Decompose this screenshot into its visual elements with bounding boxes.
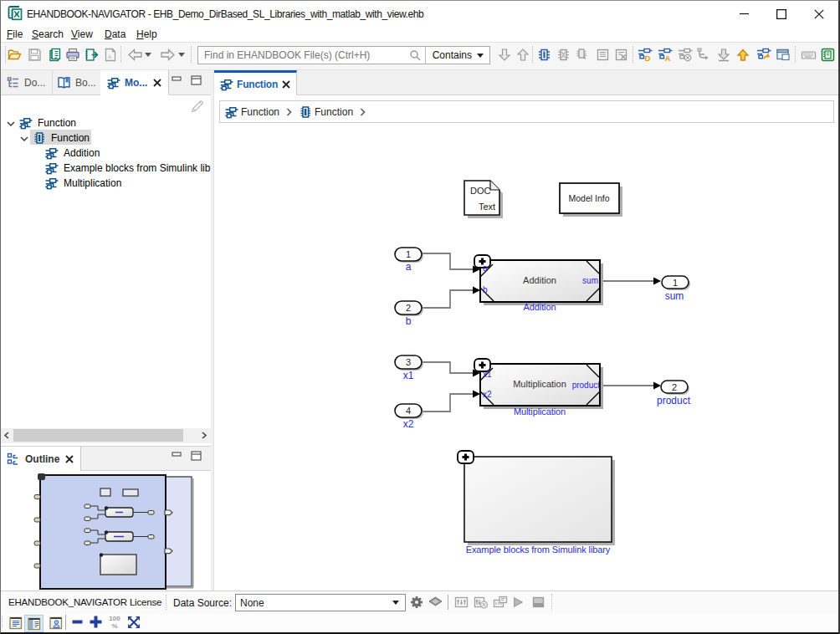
svg-text:a: a — [406, 261, 412, 273]
svg-text:product: product — [657, 395, 691, 406]
svg-text:Example blocks from Simulink l: Example blocks from Simulink libary — [466, 545, 611, 555]
svg-text:Text: Text — [479, 202, 495, 212]
svg-text:Addition: Addition — [524, 302, 556, 312]
svg-text:Model Info: Model Info — [568, 193, 609, 203]
svg-text:2: 2 — [406, 303, 411, 313]
svg-text:product: product — [572, 381, 601, 390]
svg-text:DOC: DOC — [470, 186, 491, 196]
svg-text:1: 1 — [406, 249, 411, 259]
svg-text:a: a — [483, 263, 488, 273]
svg-text:2: 2 — [672, 382, 677, 392]
svg-text:sum: sum — [582, 276, 598, 285]
svg-text:D: D — [645, 54, 651, 63]
svg-text:A: A — [665, 54, 671, 63]
svg-text:b: b — [483, 285, 488, 294]
svg-text:1: 1 — [673, 278, 678, 288]
svg-text:Multiplication: Multiplication — [513, 379, 566, 389]
svg-text:Addition: Addition — [523, 275, 556, 285]
svg-text:x1: x1 — [403, 370, 414, 381]
svg-text:4: 4 — [406, 406, 411, 416]
svg-text:Multiplication: Multiplication — [514, 406, 566, 417]
svg-text:x1: x1 — [483, 370, 492, 379]
svg-text:3: 3 — [406, 357, 411, 367]
svg-text:A: A — [108, 54, 111, 59]
svg-text:b: b — [406, 315, 412, 327]
svg-text:sum: sum — [665, 290, 684, 302]
svg-text:x2: x2 — [483, 390, 492, 399]
svg-text:x2: x2 — [403, 418, 414, 430]
